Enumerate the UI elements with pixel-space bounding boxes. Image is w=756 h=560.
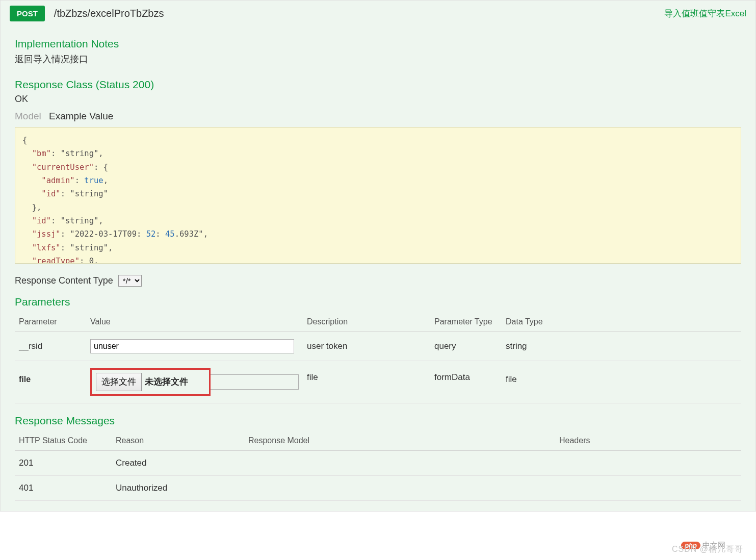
col-value: Value xyxy=(86,312,303,332)
implementation-notes-title: Implementation Notes xyxy=(15,38,741,50)
col-parameter-type: Parameter Type xyxy=(430,312,502,332)
implementation-notes-text: 返回导入情况接口 xyxy=(15,53,741,65)
response-content-type-label: Response Content Type xyxy=(15,275,113,286)
file-input-highlight: 选择文件 未选择文件 xyxy=(90,368,211,396)
choose-file-button[interactable]: 选择文件 xyxy=(96,373,142,391)
param-description: file xyxy=(303,361,430,403)
tab-example-value[interactable]: Example Value xyxy=(49,111,113,121)
col-description: Description xyxy=(303,312,430,332)
param-value-cell xyxy=(86,332,303,361)
col-data-type: Data Type xyxy=(502,312,741,332)
model-example-tabs: Model Example Value xyxy=(15,111,741,122)
param-data-type: string xyxy=(502,332,741,361)
param-data-type: file xyxy=(502,361,741,403)
response-class-status: OK xyxy=(15,94,741,105)
param-name: file xyxy=(19,375,31,384)
response-messages-table: HTTP Status Code Reason Response Model H… xyxy=(15,431,741,501)
response-row: 201 Created xyxy=(15,451,741,476)
col-parameter: Parameter xyxy=(15,312,86,332)
param-text-input[interactable] xyxy=(90,339,294,353)
api-operation-panel: POST /tbZbzs/excelProTbZbzs 导入值班值守表Excel… xyxy=(0,0,756,512)
response-content-type-row: Response Content Type */* xyxy=(15,275,741,287)
col-response-model: Response Model xyxy=(244,431,555,451)
param-type: formData xyxy=(430,361,502,403)
response-header-row: HTTP Status Code Reason Response Model H… xyxy=(15,431,741,451)
col-headers: Headers xyxy=(555,431,741,451)
param-type: query xyxy=(430,332,502,361)
response-status: 401 xyxy=(15,476,112,501)
param-description: user token xyxy=(303,332,430,361)
param-value-cell: 选择文件 未选择文件 xyxy=(86,361,303,403)
file-input-box-tail xyxy=(209,374,299,390)
param-row-file: file 选择文件 未选择文件 file formData file xyxy=(15,361,741,403)
parameters-header-row: Parameter Value Description Parameter Ty… xyxy=(15,312,741,332)
file-status-text: 未选择文件 xyxy=(142,373,193,391)
endpoint-path[interactable]: /tbZbzs/excelProTbZbzs xyxy=(54,8,665,19)
col-status-code: HTTP Status Code xyxy=(15,431,112,451)
example-value-json[interactable]: { "bm": "string", "currentUser": { "admi… xyxy=(15,127,741,264)
response-row: 401 Unauthorized xyxy=(15,476,741,501)
response-reason: Unauthorized xyxy=(112,476,244,501)
parameters-table: Parameter Value Description Parameter Ty… xyxy=(15,312,741,403)
operation-summary-link[interactable]: 导入值班值守表Excel xyxy=(664,8,746,19)
response-status: 201 xyxy=(15,451,112,476)
response-messages-title: Response Messages xyxy=(15,415,741,427)
response-reason: Created xyxy=(112,451,244,476)
response-content-type-select[interactable]: */* xyxy=(118,275,142,287)
parameters-title: Parameters xyxy=(15,296,741,308)
http-method-badge: POST xyxy=(10,6,45,21)
param-name: __rsid xyxy=(15,332,86,361)
tab-model[interactable]: Model xyxy=(15,111,41,121)
col-reason: Reason xyxy=(112,431,244,451)
response-class-title: Response Class (Status 200) xyxy=(15,79,741,91)
operation-header: POST /tbZbzs/excelProTbZbzs 导入值班值守表Excel xyxy=(1,1,755,29)
param-row-rsid: __rsid user token query string xyxy=(15,332,741,361)
